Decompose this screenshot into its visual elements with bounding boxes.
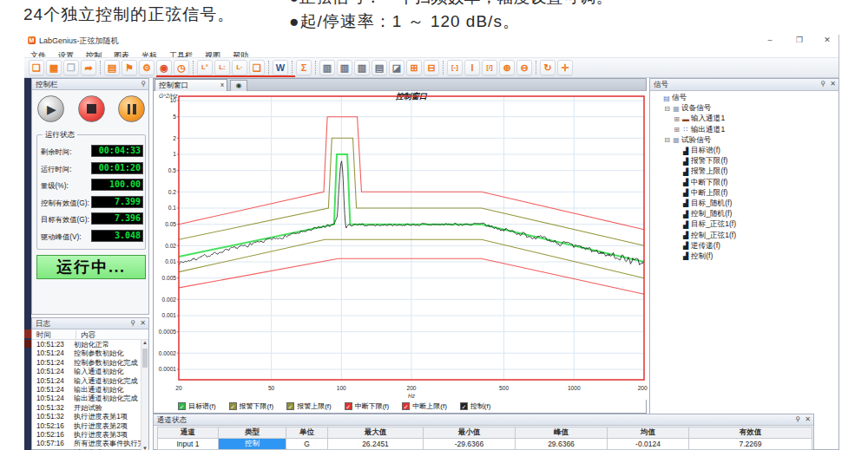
scroll-thumb[interactable] xyxy=(142,349,148,368)
chart-list-icon[interactable]: ▤ xyxy=(372,60,387,75)
tree-item-15[interactable]: ▟逆传递(f) xyxy=(652,241,837,251)
log-row[interactable]: 10:51:24输入通道初始化 xyxy=(32,367,141,375)
tree-item-16[interactable]: ▟控制(f) xyxy=(652,251,837,262)
close-icon[interactable]: ✕ xyxy=(830,80,836,88)
tree-item-3[interactable]: ⊞▬输入通道1 xyxy=(652,114,837,124)
tree-item-5[interactable]: ⊟▦试验信号 xyxy=(652,135,837,146)
tree-item-2[interactable]: ⊟▦设备信号 xyxy=(652,103,837,114)
zoom-out-icon[interactable]: ⊖ xyxy=(516,60,532,75)
control-spectrum-plot[interactable]: 控制窗口G^2/Hz105210.50.20.10.050.020.010.00… xyxy=(154,91,648,400)
svg-text:Hz: Hz xyxy=(408,393,416,399)
log-row[interactable]: 10:51:24控制参数初始化完成 xyxy=(32,358,141,367)
log-scrollbar[interactable]: ▲ ▼ xyxy=(141,340,148,450)
grid-window-icon[interactable]: ⊟ xyxy=(424,60,439,75)
fit-screen-icon[interactable]: ✛ xyxy=(557,60,573,75)
print-flag-icon[interactable]: ⚑ xyxy=(122,60,137,75)
refresh-icon[interactable]: ↻ xyxy=(540,60,556,75)
tree-item-9[interactable]: ▟中断下限(f) xyxy=(652,178,837,188)
tree-item-4[interactable]: ⊞∷输出通道1 xyxy=(652,125,837,135)
level-colon-icon[interactable]: L: xyxy=(214,60,230,75)
save-icon[interactable]: ▦ xyxy=(46,60,62,75)
settings-gear-icon[interactable]: ⚙ xyxy=(139,60,155,75)
stop-button[interactable] xyxy=(78,95,105,122)
slash-cursor-icon[interactable]: [/] xyxy=(482,60,497,75)
legend-checkbox[interactable]: ✓ xyxy=(178,402,186,410)
tree-item-6[interactable]: ▟目标谱(f) xyxy=(652,146,837,156)
legend-item[interactable]: ✓中断下限(f) xyxy=(345,401,390,411)
tree-expander-icon[interactable]: ⊟ xyxy=(663,136,671,144)
export-icon[interactable]: ➦ xyxy=(81,60,96,75)
tab-control-window[interactable]: 控制窗口 x xyxy=(155,79,227,91)
schedule-sphere-icon[interactable]: ◉ xyxy=(156,60,172,75)
tree-item-14[interactable]: ▟控制_正弦1(f) xyxy=(652,230,837,240)
legend-label: 报警下限(f) xyxy=(240,401,274,411)
log-row[interactable]: 10:51:32执行进度表第1项 xyxy=(32,412,141,421)
play-button[interactable]: ▶ xyxy=(37,95,64,122)
legend-item[interactable]: ✓报警上限(f) xyxy=(286,401,332,411)
v-cursor-icon[interactable]: I xyxy=(464,60,480,75)
log-row[interactable]: 10:51:23初始化正常 xyxy=(32,340,141,349)
legend-checkbox[interactable]: ✓ xyxy=(345,402,352,410)
close-icon[interactable]: ✕ xyxy=(805,415,811,423)
legend-item[interactable]: ✓报警下限(f) xyxy=(229,401,274,411)
zoom-in-icon[interactable]: ⊕ xyxy=(499,60,515,75)
tree-expander-icon[interactable]: ⊞ xyxy=(673,115,681,123)
window-group-icon[interactable]: ⊞ xyxy=(406,60,422,75)
tree-item-1[interactable]: ▤信号 xyxy=(652,93,837,103)
close-button[interactable]: ✕ xyxy=(821,36,833,44)
tree-item-10[interactable]: ▟中断上限(f) xyxy=(652,188,837,199)
paste-icon[interactable]: ▤ xyxy=(104,60,120,75)
log-row[interactable]: 10:51:32开始试验 xyxy=(32,403,141,412)
status-field-value: 7.396 xyxy=(91,212,143,225)
restore-button[interactable]: ❐ xyxy=(793,36,806,44)
running-indicator-button[interactable]: 运行中... xyxy=(36,255,146,279)
legend-checkbox[interactable]: ✓ xyxy=(229,402,237,410)
tab-close-icon[interactable]: x xyxy=(220,81,224,88)
bar-chart-icon-2[interactable]: ▥ xyxy=(337,60,352,75)
bar-chart-icon-1[interactable]: ▥ xyxy=(319,60,335,75)
open-folder-icon[interactable]: ❒ xyxy=(63,60,79,75)
close-icon[interactable]: ✕ xyxy=(140,319,146,327)
clock-icon[interactable]: ◷ xyxy=(174,60,189,75)
copy-window-icon[interactable]: ❑ xyxy=(249,60,265,75)
control-bar-panel: 控制栏 ⚲ ▶ 运行状态 剩余时间:00:04:33运行时间:00:01:20量… xyxy=(31,78,149,315)
pin-icon[interactable]: ⚲ xyxy=(795,415,800,423)
pin-icon[interactable]: ⚲ xyxy=(141,80,146,88)
log-row[interactable]: 10:52:16执行进度表第2项 xyxy=(32,421,141,430)
tab-snapshot[interactable]: ◉ xyxy=(230,80,247,91)
tree-expander-icon[interactable]: ⊞ xyxy=(673,126,681,134)
tree-item-13[interactable]: ▟目标_正弦1(f) xyxy=(652,219,837,230)
word-report-icon[interactable]: W xyxy=(273,60,288,75)
log-row[interactable]: 10:52:16执行进度表第3项 xyxy=(32,430,141,439)
minimize-button[interactable]: – xyxy=(764,36,776,44)
table-row[interactable]: Input 1控制G26.2451-29.636629.6366-0.01247… xyxy=(158,439,812,450)
h-cursor-icon[interactable]: [-] xyxy=(447,60,463,75)
legend-checkbox[interactable]: ✓ xyxy=(402,402,410,410)
log-row[interactable]: 10:51:24输出通道初始化完成 xyxy=(32,394,141,402)
tree-item-11[interactable]: ▟目标_随机(f) xyxy=(652,199,837,209)
log-row[interactable]: 10:51:24输出通道初始化 xyxy=(32,385,141,394)
scroll-up-icon[interactable]: ▲ xyxy=(142,340,148,345)
new-file-icon[interactable]: ❏ xyxy=(29,60,44,75)
legend-checkbox[interactable]: ✓ xyxy=(460,402,468,410)
chart-area-icon[interactable]: ◪ xyxy=(389,60,404,75)
tree-item-8[interactable]: ▟报警上限(f) xyxy=(652,166,837,177)
sigma-icon[interactable]: Σ xyxy=(296,60,312,75)
legend-item[interactable]: ✓目标谱(f) xyxy=(178,401,216,411)
pin-icon[interactable]: ⚲ xyxy=(820,80,825,88)
log-row[interactable]: 10:57:16所有进度表事件执行完成 xyxy=(32,439,141,447)
log-row[interactable]: 10:51:24控制参数初始化 xyxy=(32,349,141,357)
level-dot-icon[interactable]: L· xyxy=(232,60,247,75)
log-row[interactable]: 10:51:24输入通道初始化完成 xyxy=(32,376,141,385)
legend-item[interactable]: ✓中断上限(f) xyxy=(402,401,447,411)
pause-button[interactable] xyxy=(118,95,145,122)
tree-expander-icon[interactable]: ⊟ xyxy=(663,105,671,113)
pin-icon[interactable]: ⚲ xyxy=(130,319,135,327)
tree-item-12[interactable]: ▟控制_随机(f) xyxy=(652,209,837,219)
level-deg-icon[interactable]: L° xyxy=(197,60,213,75)
legend-item[interactable]: ✓控制(f) xyxy=(460,401,491,411)
tree-item-7[interactable]: ▟报警下限(f) xyxy=(652,156,837,166)
bar-chart-icon-3[interactable]: ▥ xyxy=(354,60,370,75)
scroll-down-icon[interactable]: ▼ xyxy=(142,446,148,450)
legend-checkbox[interactable]: ✓ xyxy=(286,402,294,410)
